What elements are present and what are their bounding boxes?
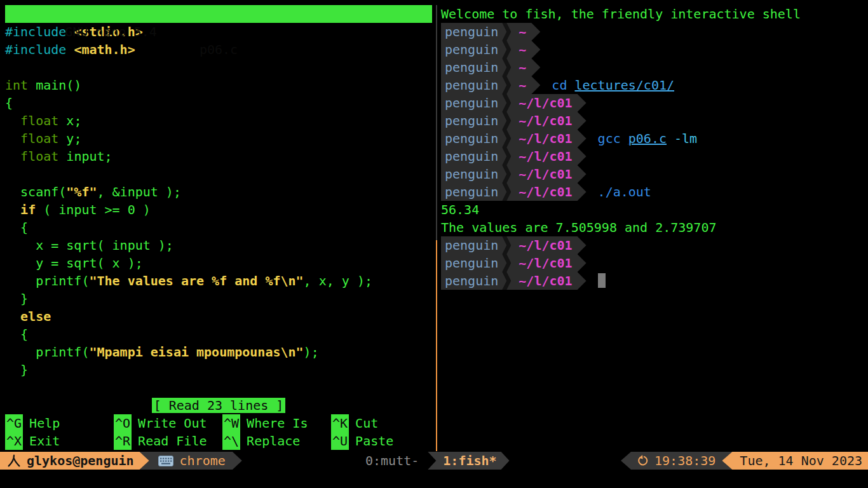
shortcut-row: ^XExit^RRead File^\Replace^UPaste (5, 432, 432, 450)
prompt-line: penguin~/l/c01 (441, 112, 868, 130)
powerline-chevron-icon (502, 94, 511, 112)
prompt-path: ~/l/c01 (511, 184, 574, 200)
shortcut-label: Where Is (247, 414, 308, 432)
prompt-hostname: penguin (441, 60, 502, 75)
statusbar-windows: 0:mutt- 1:fish* (365, 452, 510, 470)
prompt-line: penguin~ (441, 23, 868, 41)
command-output-line: The values are 7.505998 and 2.739707 (441, 219, 868, 236)
command-token: cd (552, 78, 567, 93)
code-token: } (5, 291, 28, 306)
command-token: lectures/c01/ (574, 78, 674, 93)
prompt-line: penguin~/l/c01 (441, 165, 868, 183)
shortcut-label: Paste (355, 432, 393, 450)
fish-pane[interactable]: Welcome to fish, the friendly interactiv… (438, 0, 868, 451)
shortcut-key: ^W (222, 414, 240, 432)
powerline-chevron-icon (502, 130, 511, 147)
clock-icon (637, 455, 649, 467)
nano-status-message: [ Read 23 lines ] (152, 398, 286, 413)
fish-welcome-line: Welcome to fish, the friendly interactiv… (441, 5, 868, 23)
prompt-path: ~/l/c01 (511, 95, 574, 111)
shortcut-key: ^G (5, 414, 23, 432)
prompt-hostname: penguin (441, 131, 502, 146)
output-text: Welcome to fish, the friendly interactiv… (441, 5, 801, 23)
output-text: 56.34 (441, 201, 479, 219)
prompt-line: penguin~ (441, 58, 868, 76)
powerline-chevron-icon (502, 23, 511, 41)
shortcut-label: Help (29, 414, 60, 432)
code-line (5, 58, 432, 76)
prompt-line: penguin~/l/c01 (441, 147, 868, 165)
nano-statusline: [ Read 23 lines ] (5, 396, 432, 414)
code-token (5, 131, 20, 146)
prompt-hostname: penguin (441, 149, 502, 164)
code-line: scanf("%f", &input ); (5, 183, 432, 201)
code-token: "%f" (66, 184, 97, 200)
time-label: 19:38:39 (654, 453, 715, 468)
nano-buffer[interactable]: #include <stdio.h>#include <math.h>int m… (5, 23, 432, 396)
code-line: x = sqrt( input ); (5, 236, 432, 254)
prompt-segment-block: penguin~ (441, 23, 540, 41)
window-tab-mutt[interactable]: 0:mutt- (365, 452, 419, 470)
prompt-segment-block: penguin~/l/c01 (441, 130, 587, 147)
prompt-segment-block: penguin~/l/c01 (441, 112, 587, 130)
code-token: { (5, 327, 28, 342)
code-token: { (5, 220, 28, 235)
nano-filename: p06.c (200, 41, 238, 58)
prompt-hostname: penguin (441, 184, 502, 200)
prompt-path: ~ (511, 78, 529, 93)
code-token: } (5, 362, 28, 377)
prompt-path: ~ (511, 42, 529, 57)
pane-divider-active[interactable] (436, 240, 437, 451)
powerline-chevron-icon (502, 58, 511, 76)
shortcut-item: ^WWhere Is (222, 414, 331, 432)
code-token: y; (58, 131, 81, 146)
prompt-hostname: penguin (441, 273, 502, 288)
prompt-segment-block: penguin~/l/c01 (441, 254, 587, 272)
prompt-hostname: penguin (441, 95, 502, 111)
powerline-chevron-icon (502, 165, 511, 183)
keyboard-icon (158, 456, 173, 466)
prompt-path: ~/l/c01 (511, 113, 574, 128)
session-label: glykos@penguin (27, 453, 134, 468)
code-line: float input; (5, 147, 432, 165)
prompt-line: penguin~/l/c01 (441, 272, 868, 290)
prompt-segment-block: penguin~/l/c01 (441, 236, 587, 254)
shortcut-label: Cut (355, 414, 378, 432)
code-token: else (20, 309, 51, 324)
shortcut-item: ^UPaste (331, 432, 440, 450)
command-token (667, 131, 674, 146)
session-segment: glykos@penguin (0, 452, 149, 470)
prompt-hostname: penguin (441, 42, 502, 57)
powerline-chevron-icon (502, 236, 511, 254)
command-token (621, 131, 628, 146)
shortcut-item: ^\Replace (222, 432, 331, 450)
terminal-cursor[interactable] (598, 273, 606, 288)
shortcut-item: ^KCut (331, 414, 440, 432)
nano-pane[interactable]: GNU nano 5.4 p06.c #include <stdio.h>#in… (0, 0, 436, 451)
powerline-chevron-icon (502, 147, 511, 165)
date-label: Tue, 14 Nov 2023 (740, 453, 862, 468)
code-token: float (20, 131, 58, 146)
code-token: int (5, 78, 28, 93)
code-token: y = sqrt( x ); (5, 255, 143, 271)
code-token: printf( (5, 273, 89, 288)
shortcut-key: ^U (331, 432, 349, 450)
prompt-path: ~/l/c01 (511, 238, 574, 253)
nano-shortcut-bar: ^GHelp^OWrite Out^WWhere Is^KCut^XExit^R… (5, 414, 432, 450)
prompt-line: penguin~/l/c01gcc p06.c -lm (441, 130, 868, 147)
command-token: gcc (598, 131, 621, 146)
command-text: cd lectures/c01/ (552, 76, 674, 94)
code-line (5, 165, 432, 183)
powerline-chevron-icon (502, 112, 511, 130)
shortcut-key: ^R (114, 432, 132, 450)
command-token (567, 78, 574, 93)
code-token: printf( (5, 344, 89, 360)
statusbar-right: 19:38:39 Tue, 14 Nov 2023 (621, 452, 868, 470)
window-tab-fish[interactable]: 1:fish* (428, 452, 509, 470)
command-output-line: 56.34 (441, 201, 868, 219)
prompt-path: ~/l/c01 (511, 255, 574, 271)
nano-version: GNU nano 5.4 (65, 24, 157, 39)
shortcut-row: ^GHelp^OWrite Out^WWhere Is^KCut (5, 414, 432, 432)
powerline-chevron-icon (502, 76, 511, 94)
code-line: { (5, 219, 432, 236)
